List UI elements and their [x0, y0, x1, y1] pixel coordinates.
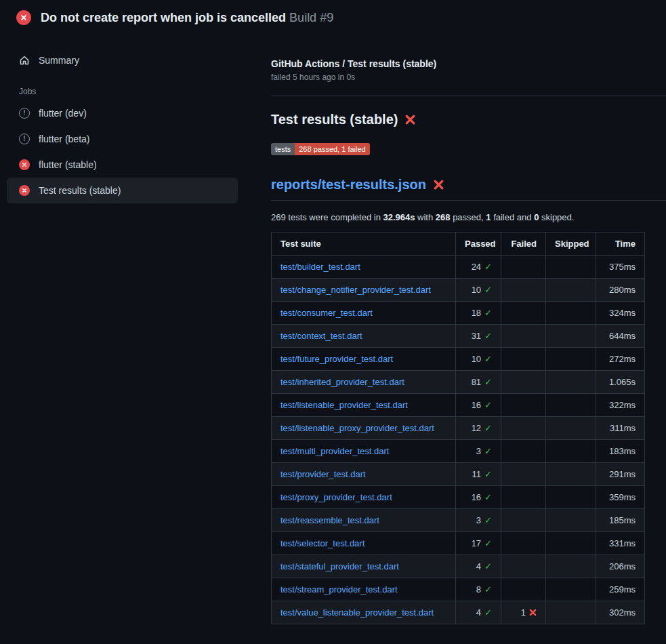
failed-cell — [501, 578, 546, 601]
skipped-cell — [546, 509, 596, 532]
passed-cell: 4✓ — [456, 601, 501, 624]
passed-check-icon: ✓ — [484, 515, 492, 525]
test-suite-link[interactable]: test/value_listenable_provider_test.dart — [280, 607, 434, 618]
section-divider — [271, 96, 666, 96]
passed-count: 12 — [472, 423, 481, 433]
sidebar-item-test-results-stable[interactable]: Test results (stable) — [7, 178, 238, 203]
passed-count: 4 — [476, 561, 481, 571]
sidebar-item-label: flutter (stable) — [39, 159, 97, 170]
skipped-cell — [546, 555, 596, 578]
report-file-link[interactable]: reports/test-results.json — [271, 177, 426, 193]
passed-check-icon: ✓ — [484, 331, 492, 341]
suite-cell: test/listenable_provider_test.dart — [272, 394, 456, 417]
test-suite-link[interactable]: test/provider_test.dart — [280, 469, 366, 479]
breadcrumb: GitHub Actions / Test results (stable) — [271, 58, 666, 69]
summary-text: failed and — [491, 212, 535, 222]
skipped-cell — [546, 279, 596, 302]
skipped-cell — [546, 486, 596, 509]
passed-count: 81 — [472, 377, 481, 387]
test-suite-link[interactable]: test/change_notifier_provider_test.dart — [280, 285, 431, 295]
passed-cell: 81✓ — [456, 371, 501, 394]
test-suite-link[interactable]: test/listenable_proxy_provider_test.dart — [280, 423, 434, 433]
skipped-cell — [546, 325, 596, 348]
failed-x-icon — [404, 114, 416, 125]
summary-text: skipped. — [539, 212, 574, 222]
passed-count: 16 — [472, 400, 481, 410]
test-suite-link[interactable]: test/multi_provider_test.dart — [280, 446, 389, 456]
failed-cell — [501, 463, 546, 486]
failed-x-icon — [529, 609, 537, 616]
passed-count: 10 — [472, 285, 481, 295]
failed-cell: 1 — [501, 601, 546, 624]
table-row: test/consumer_test.dart18✓324ms — [272, 302, 645, 325]
column-header-passed: Passed — [456, 233, 501, 256]
build-number: Build #9 — [289, 11, 333, 24]
skipped-cell — [546, 440, 596, 463]
test-suite-link[interactable]: test/consumer_test.dart — [280, 308, 373, 318]
test-results-table: Test suitePassedFailedSkippedTime test/b… — [271, 232, 645, 624]
passed-cell: 3✓ — [456, 509, 501, 532]
passed-count: 3 — [476, 515, 481, 525]
sidebar-summary-label: Summary — [39, 55, 79, 66]
passed-count: 24 — [472, 262, 481, 272]
passed-check-icon: ✓ — [484, 607, 492, 618]
passed-count: 17 — [472, 538, 481, 548]
jobs-section-label: Jobs — [0, 73, 255, 100]
column-header-time: Time — [596, 233, 645, 256]
sidebar-item-flutter-dev[interactable]: !flutter (dev) — [7, 100, 238, 126]
time-cell: 322ms — [596, 394, 645, 417]
passed-count: 31 — [472, 331, 481, 341]
section-title: Test results (stable) — [271, 112, 666, 127]
passed-count: 18 — [472, 308, 481, 318]
test-suite-link[interactable]: test/proxy_provider_test.dart — [280, 492, 392, 502]
time-cell: 183ms — [596, 440, 645, 463]
failed-x-icon — [433, 179, 444, 190]
passed-cell: 3✓ — [456, 440, 501, 463]
test-suite-link[interactable]: test/stateful_provider_test.dart — [280, 561, 399, 571]
test-suite-link[interactable]: test/builder_test.dart — [280, 262, 360, 272]
sidebar-item-label: flutter (beta) — [39, 134, 89, 144]
test-suite-link[interactable]: test/reassemble_test.dart — [280, 515, 379, 525]
section-title-text: Test results (stable) — [271, 112, 398, 127]
skipped-cell — [546, 348, 596, 371]
passed-count: 10 — [472, 354, 481, 364]
passed-check-icon: ✓ — [484, 285, 492, 295]
time-cell: 185ms — [596, 509, 645, 532]
suite-cell: test/builder_test.dart — [272, 256, 456, 279]
test-suite-link[interactable]: test/context_test.dart — [280, 331, 362, 341]
table-row: test/provider_test.dart11✓291ms — [272, 463, 645, 486]
passed-check-icon: ✓ — [484, 400, 492, 410]
failed-cell — [501, 555, 546, 578]
warning-status-icon: ! — [19, 108, 30, 119]
sidebar-item-flutter-stable[interactable]: flutter (stable) — [7, 152, 238, 178]
test-suite-link[interactable]: test/listenable_provider_test.dart — [280, 400, 408, 410]
tests-badge-label: tests — [271, 143, 295, 155]
sidebar-item-flutter-beta[interactable]: !flutter (beta) — [7, 126, 238, 152]
sidebar-item-label: flutter (dev) — [39, 108, 87, 119]
passed-count: 8 — [476, 584, 481, 595]
passed-check-icon: ✓ — [484, 492, 492, 502]
x-mark-icon — [20, 14, 27, 21]
sidebar-item-summary[interactable]: Summary — [7, 47, 238, 73]
column-header-failed: Failed — [501, 233, 546, 256]
test-suite-link[interactable]: test/stream_provider_test.dart — [280, 584, 398, 595]
suite-cell: test/multi_provider_test.dart — [272, 440, 456, 463]
failed-cell — [501, 509, 546, 532]
test-suite-link[interactable]: test/future_provider_test.dart — [280, 354, 393, 364]
test-suite-link[interactable]: test/inherited_provider_test.dart — [280, 377, 404, 387]
time-cell: 644ms — [596, 325, 645, 348]
passed-cell: 17✓ — [456, 532, 501, 555]
time-cell: 206ms — [596, 555, 645, 578]
passed-cell: 16✓ — [456, 394, 501, 417]
suite-cell: test/value_listenable_provider_test.dart — [272, 601, 456, 624]
table-row: test/inherited_provider_test.dart81✓1.06… — [272, 371, 645, 394]
table-row: test/proxy_provider_test.dart16✓359ms — [272, 486, 645, 509]
table-row: test/selector_test.dart17✓331ms — [272, 532, 645, 555]
suite-cell: test/consumer_test.dart — [272, 302, 456, 325]
table-row: test/reassemble_test.dart3✓185ms — [272, 509, 645, 532]
summary-text: with — [415, 212, 435, 222]
test-suite-link[interactable]: test/selector_test.dart — [280, 538, 365, 548]
tests-badge: tests 268 passed, 1 failed — [271, 143, 370, 155]
table-row: test/future_provider_test.dart10✓272ms — [272, 348, 645, 371]
failed-cell — [501, 302, 546, 325]
